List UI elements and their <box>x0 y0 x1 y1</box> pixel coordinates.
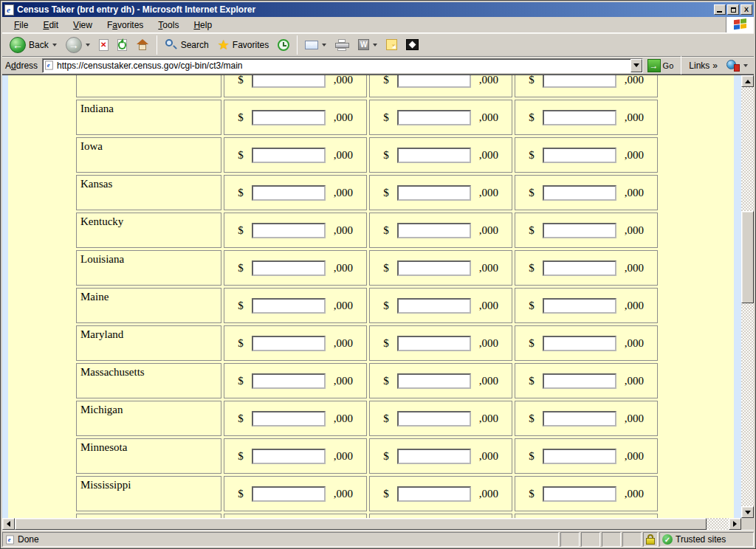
home-button[interactable] <box>131 35 154 55</box>
money-cell: $,000 <box>515 75 658 97</box>
browser-window: Census Taker (brd entry dh) - Microsoft … <box>0 0 756 549</box>
go-button[interactable]: → Go <box>643 58 678 74</box>
amount-input[interactable] <box>397 148 471 163</box>
amount-input[interactable] <box>543 185 616 201</box>
state-name-cell: Kentucky <box>76 213 221 248</box>
mail-dropdown-icon[interactable] <box>322 44 326 46</box>
thousands-suffix: ,000 <box>479 262 498 274</box>
thousands-suffix: ,000 <box>625 450 644 463</box>
menu-edit[interactable]: Edit <box>35 18 66 32</box>
menu-tools[interactable]: Tools <box>151 18 186 32</box>
amount-input[interactable] <box>397 110 471 125</box>
favorites-button[interactable]: ★ Favorites <box>213 35 274 55</box>
amount-input[interactable] <box>543 148 616 163</box>
amount-input[interactable] <box>397 373 471 389</box>
amount-input[interactable] <box>543 223 616 238</box>
menu-view[interactable]: View <box>66 18 100 32</box>
amount-input[interactable] <box>397 449 471 464</box>
pdf-dropdown-icon[interactable] <box>743 64 748 67</box>
browser-viewport: $,000$,000$,000Indiana$,000$,000$,000Iow… <box>2 75 754 518</box>
amount-input[interactable] <box>397 185 471 201</box>
amount-input[interactable] <box>252 223 326 238</box>
print-button[interactable] <box>331 35 354 55</box>
amount-input[interactable] <box>252 336 326 351</box>
edit-with-word-button[interactable]: W <box>354 35 382 55</box>
menu-favorites[interactable]: Favorites <box>100 18 151 32</box>
currency-prefix: $ <box>238 187 244 199</box>
notes-button[interactable] <box>382 35 402 55</box>
amount-input[interactable] <box>543 411 616 427</box>
table-row: Indiana$,000$,000$,000 <box>76 100 658 135</box>
stop-button[interactable] <box>94 35 113 55</box>
amount-input[interactable] <box>543 260 616 276</box>
amount-input[interactable] <box>252 185 326 201</box>
horizontal-scrollbar[interactable] <box>2 518 741 530</box>
amount-input[interactable] <box>252 260 326 276</box>
close-button[interactable]: X <box>740 4 752 15</box>
scroll-left-button[interactable] <box>2 518 15 530</box>
forward-dropdown-icon[interactable] <box>86 44 90 46</box>
minimize-button[interactable] <box>714 4 726 15</box>
history-button[interactable] <box>273 35 294 55</box>
address-input[interactable]: https://censustaker.census.gov/cgi-bin/c… <box>42 58 643 73</box>
convert-to-pdf-button[interactable] <box>722 55 752 76</box>
amount-input[interactable] <box>543 449 616 464</box>
thousands-suffix: ,000 <box>334 224 353 237</box>
currency-prefix: $ <box>383 300 389 312</box>
amount-input[interactable] <box>397 260 471 276</box>
amount-input[interactable] <box>252 298 326 314</box>
vertical-scroll-track[interactable] <box>741 87 754 506</box>
table-row: $,000$,000$,000 <box>76 75 658 97</box>
messenger-button[interactable] <box>402 35 423 55</box>
amount-input[interactable] <box>397 298 471 314</box>
amount-input[interactable] <box>543 336 616 351</box>
refresh-button[interactable] <box>113 35 131 55</box>
mail-button[interactable] <box>300 35 331 55</box>
address-dropdown-button[interactable] <box>630 59 642 72</box>
restore-button[interactable] <box>727 4 739 15</box>
amount-input[interactable] <box>252 449 326 464</box>
currency-prefix: $ <box>529 224 535 237</box>
vertical-scroll-thumb[interactable] <box>741 211 754 303</box>
amount-input[interactable] <box>252 148 326 163</box>
amount-input[interactable] <box>397 75 471 88</box>
amount-input[interactable] <box>543 75 616 88</box>
money-cell: $,000 <box>515 363 658 398</box>
amount-input[interactable] <box>252 373 326 389</box>
money-cell: $,000 <box>515 213 658 248</box>
amount-input[interactable] <box>397 411 471 427</box>
money-cell: $,000 <box>369 288 512 323</box>
menu-file[interactable]: File <box>7 18 35 32</box>
search-button[interactable]: Search <box>160 35 213 55</box>
forward-button[interactable]: → <box>61 35 94 55</box>
amount-input[interactable] <box>397 223 471 238</box>
horizontal-scroll-track[interactable] <box>15 518 729 530</box>
currency-prefix: $ <box>383 149 389 162</box>
links-menu[interactable]: Links » <box>684 61 722 71</box>
horizontal-scroll-thumb[interactable] <box>15 518 707 530</box>
back-button[interactable]: ← Back <box>5 35 61 55</box>
amount-input[interactable] <box>252 75 326 88</box>
amount-input[interactable] <box>252 411 326 427</box>
amount-input[interactable] <box>543 110 616 125</box>
menu-help[interactable]: Help <box>186 18 219 32</box>
currency-prefix: $ <box>529 75 535 86</box>
amount-input[interactable] <box>397 486 471 502</box>
thousands-suffix: ,000 <box>334 262 353 274</box>
edit-dropdown-icon[interactable] <box>373 44 377 46</box>
scroll-down-button[interactable] <box>741 506 754 518</box>
scroll-right-button[interactable] <box>729 518 741 530</box>
vertical-scrollbar[interactable] <box>741 75 754 518</box>
amount-input[interactable] <box>252 486 326 502</box>
amount-input[interactable] <box>252 110 326 125</box>
amount-input[interactable] <box>397 336 471 351</box>
state-name-cell: Iowa <box>76 137 221 173</box>
back-dropdown-icon[interactable] <box>52 44 57 46</box>
menu-bar: FileEditViewFavoritesToolsHelp <box>2 17 754 33</box>
amount-input[interactable] <box>543 486 616 502</box>
amount-input[interactable] <box>543 298 616 314</box>
currency-prefix: $ <box>383 488 389 500</box>
scroll-up-button[interactable] <box>741 75 754 87</box>
money-cell: $,000 <box>224 75 367 97</box>
amount-input[interactable] <box>543 373 616 389</box>
